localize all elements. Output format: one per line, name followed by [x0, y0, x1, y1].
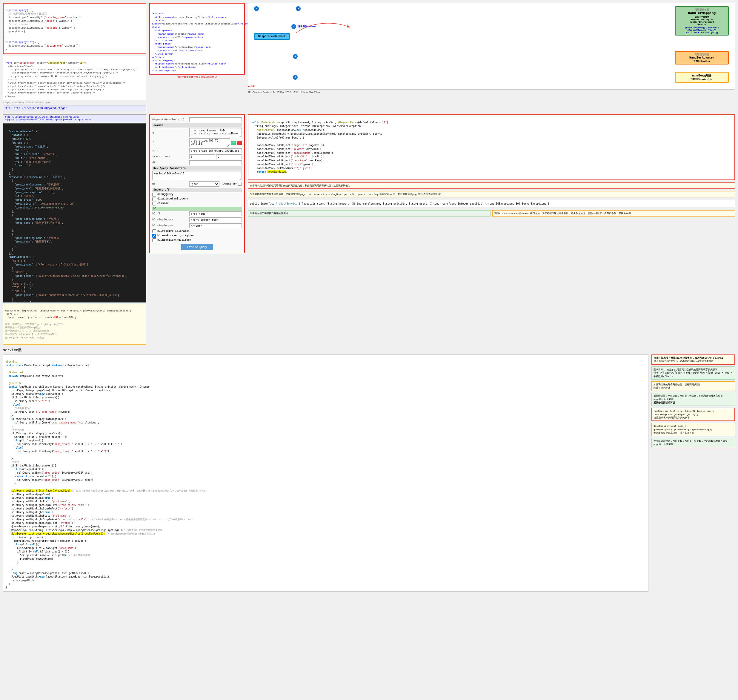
- request-handler-label: Request-Handler (qt): [152, 118, 188, 121]
- fq-add-btn[interactable]: +: [231, 141, 236, 145]
- dismax-checkbox[interactable]: [152, 197, 156, 201]
- service-note-1: 采用面向接口编程接口程序的复用性: [248, 210, 491, 216]
- modelandview-code-panel: public ModelAndView get(String keyword, …: [248, 115, 735, 180]
- rows-input[interactable]: [216, 154, 242, 159]
- xml-panel: <filter> <filter-name>CharacterEncodingF…: [149, 3, 245, 75]
- hl-phrase-label: hl.usePhraseHighlighter: [157, 234, 194, 237]
- request-handler-input[interactable]: [189, 118, 242, 122]
- dispatcher-servlet-box: DispatcherServlet: [254, 33, 290, 40]
- dismax-label: disableDefaultQuery: [157, 197, 188, 200]
- service-anno-4: 返回给页面，当前页数，当前页，数页数，也记录数都被放入分页pageUtils来处…: [651, 393, 735, 406]
- q-label: q: [152, 131, 188, 134]
- method-note: 执行ProductController中的get方法，返回一个ModelAndV…: [248, 91, 735, 94]
- indent-checkbox[interactable]: [238, 182, 242, 186]
- mvc-diagram: DispatcherServlet 2 请求表达handle 处理器映射器 Ha…: [248, 3, 735, 90]
- hl-fl-label: hl.fl: [152, 212, 188, 215]
- annotation-note-a: 由于第一次访问时前端传给我们的当前页页数为空，新分页查询需要有默认值，这里设默认…: [248, 182, 735, 189]
- hl-section: hl: [152, 207, 242, 211]
- hl-post-input[interactable]: [189, 224, 242, 228]
- hl-phrase-checkbox[interactable]: [152, 234, 156, 238]
- hl-multiterm-label: hl.highlightMultiTerm: [157, 238, 191, 241]
- step3-badge: 3: [296, 6, 301, 11]
- step1-num: 1: [254, 6, 259, 11]
- form-note: http://localhost:8080/product/get: [3, 101, 146, 104]
- fq-label: fq: [152, 141, 188, 144]
- web-layer-label: web层: [248, 84, 255, 88]
- raw-params-input[interactable]: key1=val1&key2=val2: [152, 171, 242, 180]
- form-code-panel: <form id="actionForm" action="/product/g…: [3, 56, 146, 100]
- hl-require-checkbox[interactable]: [152, 229, 156, 233]
- url-bar: 来源: http://localhost:8080/product/get: [3, 105, 146, 112]
- sort-input[interactable]: [189, 149, 242, 153]
- annotation-note-b: 为了将所有分页数据返回给前端，把返回分别的pageList、keyword、ca…: [248, 191, 735, 197]
- fq-remove-btn[interactable]: −: [237, 141, 242, 145]
- fq-input[interactable]: prod_price:[0] TO split[1]: [189, 138, 230, 147]
- hl-require-label: hl.requireFieldMatch: [157, 229, 190, 232]
- handler-adapter-box: 处理器适配器 HandlerAdapter 去执行Handler: [675, 51, 729, 65]
- service-anno-1: 注意：如果没有设置start分页查询，都认为start=0 rows=10 那么…: [651, 354, 735, 365]
- json-response-panel[interactable]: 'responseHeader': { 'status': 0, 'QTime'…: [3, 124, 146, 303]
- edismax-checkbox[interactable]: [152, 201, 156, 206]
- page-container: function query() { // 执行查询,这里查询参数填写 docu…: [0, 0, 738, 700]
- step4-badge: 4: [293, 54, 298, 59]
- highlighting-note: Map<String, Map<String, List<String>>> m…: [3, 304, 146, 345]
- handler-mapping-box: 处理器映射器 HandlerMapping 返回一个处理链HandlerInte…: [675, 6, 729, 35]
- jsp-code-panel: function query() { // 执行查询,这里查询参数填写 docu…: [3, 3, 146, 54]
- service-anno-6: SolrDocumentList docs = queryResponse.ge…: [651, 423, 735, 436]
- service-layer-label: service层: [3, 348, 22, 352]
- hl-pre-input[interactable]: [189, 218, 242, 222]
- sort-label: sort: [152, 149, 188, 152]
- df-input[interactable]: [189, 160, 242, 165]
- execute-query-btn[interactable]: Execute Query: [181, 244, 213, 250]
- start-rows-label: start, rows: [152, 155, 188, 158]
- debugquery-label: debugQuery: [157, 193, 173, 196]
- start-input[interactable]: [189, 154, 215, 159]
- indent-section: indent off: [152, 188, 242, 192]
- hl-fl-input[interactable]: [189, 212, 242, 216]
- common-section: common: [152, 124, 242, 128]
- wt-select[interactable]: jsonxmlcsv: [189, 181, 219, 187]
- wt-label: wt: [152, 182, 188, 185]
- service-impl-panel: @Service public class ProductServiceImpl…: [3, 354, 648, 591]
- raw-params-section: Raw Query Parameters: [152, 166, 242, 171]
- handler-box: Handler处理器 于实用的controller: [675, 72, 729, 83]
- service-anno-3: 从查询出来的每个商品信息（没有高亮关联） 此处替换的步骤: [651, 381, 735, 391]
- step2-arrow: [293, 18, 353, 37]
- service-anno-2: 查询出来，(右边) 此处查询出已发现的是两关联字的关联字 <font>手机数码<…: [651, 366, 735, 379]
- service-anno-7: 也可以返回数列，当前页数，当前页，总页数，也记录数都被放入分页pageUtils…: [651, 438, 735, 447]
- hl-multiterm-checkbox[interactable]: [152, 238, 156, 242]
- service-note-2: 调用ProductService的search接口方法，为了前端传递过来多参数，…: [492, 210, 735, 216]
- df-label: df: [152, 161, 188, 164]
- service-interface-panel: public interface ProductService { PageUt…: [248, 200, 735, 208]
- hl-pre-label: hl.simple.pre: [152, 218, 188, 221]
- debugquery-checkbox[interactable]: [152, 193, 156, 197]
- hl-post-label: hl.simple.post: [152, 224, 188, 227]
- xml-note: 插件拦截请求格式并全局编码为UTF-8: [149, 75, 245, 79]
- step5-badge: 5: [293, 75, 298, 80]
- solr-url-bar: http://localhost:8081/solr/index.html#de…: [3, 115, 146, 122]
- edismax-label: edismax: [157, 202, 169, 205]
- q-input[interactable]: prod_name:keyword AND prod_catalog_name:…: [189, 128, 242, 137]
- solr-query-form: Request-Handler (qt) common q prod_name:…: [149, 115, 245, 253]
- indent-off-label: indent off: [222, 182, 237, 185]
- service-anno-5: MapString, MapString, List<String>>> map…: [651, 407, 735, 421]
